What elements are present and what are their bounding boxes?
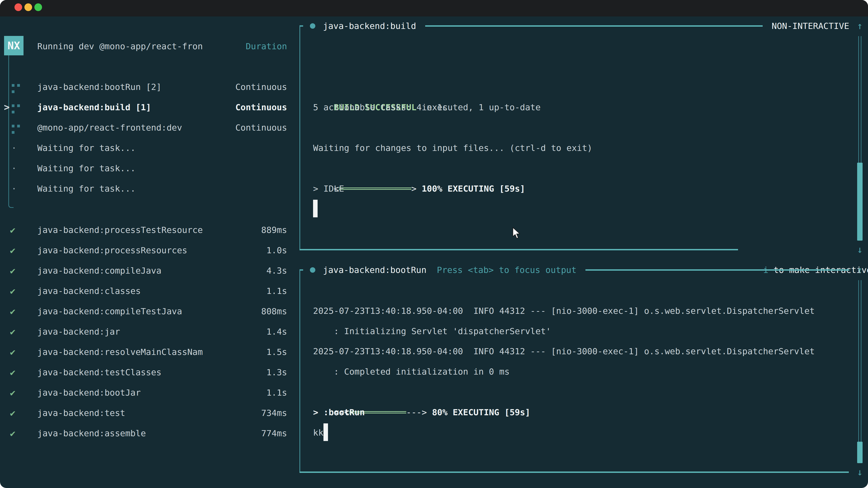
spinner-icon (12, 125, 14, 127)
bootrun-panel-left-border (300, 270, 300, 472)
focus-output-hint: Press <tab> to focus output (437, 265, 577, 275)
task-row-build-selected[interactable]: java-backend:build [1] Continuous (37, 97, 287, 118)
zoom-window-button[interactable] (34, 3, 42, 11)
check-icon: ✔ (10, 423, 21, 444)
task-duration: 1.5s (266, 342, 287, 362)
task-row-completed[interactable]: java-backend:test 734ms (37, 403, 287, 423)
task-row-completed[interactable]: java-backend:bootJar 1.1s (37, 383, 287, 403)
title-bar (0, 0, 868, 17)
check-icon: ✔ (10, 383, 21, 403)
task-duration: 889ms (261, 220, 287, 240)
bootrun-panel-bottom-border (300, 471, 849, 473)
check-icon: ✔ (10, 281, 21, 301)
task-duration: 1.1s (266, 383, 287, 403)
task-name: @mono-app/react-frontend:dev (37, 118, 182, 138)
bootrun-scroll-down-icon[interactable]: ↓ (854, 462, 866, 482)
panel-corner-tick (300, 25, 303, 27)
sidebar-title: Running dev @mono-app/react-fron (37, 36, 203, 57)
idle-line: > IDLE (313, 178, 344, 199)
task-row-completed[interactable]: java-backend:classes 1.1s (37, 281, 287, 301)
sidebar-header: Running dev @mono-app/react-fron Duratio… (37, 36, 287, 57)
task-row-completed[interactable]: java-backend:jar 1.4s (37, 322, 287, 342)
panel-header-line (585, 269, 849, 271)
keyboard-hints: quit: q help: ? (37, 463, 287, 484)
terminal-window: NX Running dev @mono-app/react-fron Dura… (0, 0, 868, 488)
spinner-icon (12, 104, 14, 107)
task-status-dot-icon (310, 23, 315, 29)
build-success-line: BUILD SUCCESSFUL in 1s (313, 77, 447, 97)
task-name: java-backend:processResources (37, 240, 187, 260)
task-row-completed[interactable]: java-backend:assemble 774ms (37, 423, 287, 444)
duration-column-header: Duration (246, 36, 287, 57)
task-duration: 734ms (261, 403, 287, 423)
build-panel-header[interactable]: java-backend:build NON-INTERACTIVE (300, 16, 849, 36)
task-duration: 1.4s (266, 322, 287, 342)
task-name: java-backend:resolveMainClassNam (37, 342, 203, 362)
progress-bar-remainder: --- (406, 408, 422, 417)
task-name: Waiting for task... (37, 178, 135, 199)
task-row-waiting[interactable]: Waiting for task... (37, 158, 287, 178)
task-row-completed[interactable]: java-backend:resolveMainClassNam 1.5s (37, 342, 287, 362)
waiting-changes-line: Waiting for changes to input files... (c… (313, 138, 592, 158)
task-row-waiting[interactable]: Waiting for task... (37, 178, 287, 199)
log-line: : Initializing Servlet 'dispatcherServle… (313, 321, 551, 341)
bootrun-panel-title: java-backend:bootRun (323, 265, 427, 275)
task-name: java-backend:bootJar (37, 383, 141, 403)
task-row-completed[interactable]: java-backend:compileJava 4.3s (37, 260, 287, 281)
progress-label: 100% EXECUTING [59s] (422, 184, 525, 194)
task-name: java-backend:compileTestJava (37, 301, 182, 322)
task-status: Continuous (235, 77, 287, 97)
check-icon: ✔ (10, 220, 21, 240)
waiting-bullet-icon: · (11, 178, 17, 199)
close-window-button[interactable] (14, 3, 22, 11)
task-row-completed[interactable]: java-backend:compileTestJava 808ms (37, 301, 287, 322)
task-row-bootrun[interactable]: java-backend:bootRun [2] Continuous (37, 77, 287, 97)
task-status-dot-icon (310, 267, 315, 273)
minimize-window-button[interactable] (24, 3, 32, 11)
build-panel-title: java-backend:build (323, 21, 416, 31)
check-icon: ✔ (10, 301, 21, 322)
task-row-completed[interactable]: java-backend:testClasses 1.3s (37, 362, 287, 383)
bootrun-scrollbar-thumb[interactable] (857, 442, 863, 463)
bootrun-progress-line: <<<═══════════---> 80% EXECUTING [59s] (313, 382, 530, 402)
check-icon: ✔ (10, 342, 21, 362)
task-row-completed[interactable]: java-backend:processTestResource 889ms (37, 220, 287, 240)
build-scroll-up-icon[interactable]: ↑ (854, 16, 866, 36)
task-duration: 774ms (261, 423, 287, 444)
bootrun-scrollbar-track[interactable] (858, 280, 862, 463)
task-name: java-backend:testClasses (37, 362, 161, 383)
task-name: java-backend:compileJava (37, 260, 161, 281)
panel-header-line (425, 25, 763, 27)
bootrun-panel-header[interactable]: java-backend:bootRun Press <tab> to focu… (300, 260, 849, 280)
task-duration: 1.3s (266, 362, 287, 383)
build-scroll-down-icon[interactable]: ↓ (854, 239, 866, 260)
gradle-prompt-line: > :bootRun (313, 402, 365, 422)
task-row-waiting[interactable]: Waiting for task... (37, 138, 287, 158)
terminal-cursor (323, 423, 328, 441)
user-input-text[interactable]: kk (313, 422, 323, 443)
task-status: Continuous (235, 118, 287, 138)
task-name: java-backend:jar (37, 322, 120, 342)
check-icon: ✔ (10, 322, 21, 342)
task-status: Continuous (235, 97, 287, 118)
task-row-frontend-dev[interactable]: @mono-app/react-frontend:dev Continuous (37, 118, 287, 138)
task-duration: 1.0s (266, 240, 287, 260)
task-duration: 1.1s (266, 281, 287, 301)
task-name: Waiting for task... (37, 158, 135, 178)
log-line: 2025-07-23T13:40:18.950-04:00 INFO 44312… (313, 301, 815, 321)
log-line: 2025-07-23T13:40:18.950-04:00 INFO 44312… (313, 341, 815, 361)
non-interactive-label: NON-INTERACTIVE (772, 21, 849, 31)
check-icon: ✔ (10, 260, 21, 281)
task-name: Waiting for task... (37, 138, 135, 158)
waiting-bullet-icon: · (11, 158, 17, 178)
spinner-icon (12, 84, 14, 87)
task-row-completed[interactable]: java-backend:processResources 1.0s (37, 240, 287, 260)
progress-right-cap: > (422, 408, 432, 417)
build-progress-line: <══════════════> 100% EXECUTING [59s] (313, 158, 525, 178)
build-scrollbar-thumb[interactable] (857, 163, 863, 240)
bootrun-scroll-up-icon[interactable]: ↑ (854, 260, 866, 280)
build-panel-left-border (300, 26, 300, 250)
actionable-tasks-line: 5 actionable tasks: 4 executed, 1 up-to-… (313, 97, 541, 118)
waiting-bullet-icon: · (11, 138, 17, 158)
task-name: java-backend:classes (37, 281, 141, 301)
